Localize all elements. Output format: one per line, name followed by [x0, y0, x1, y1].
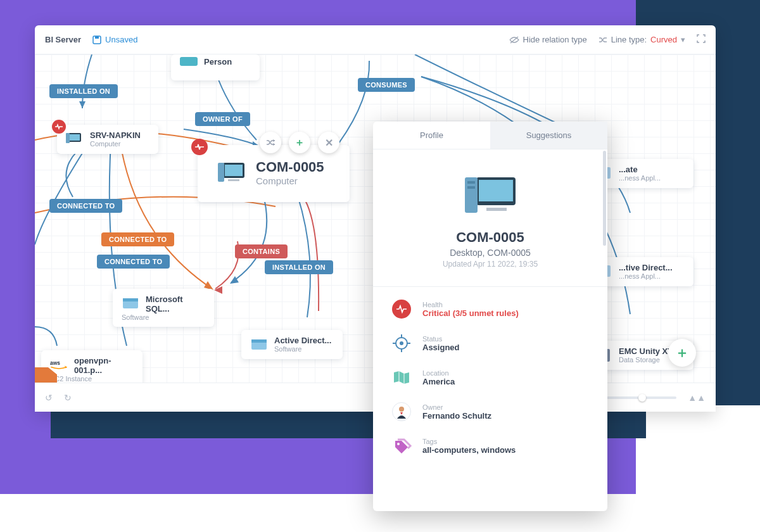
pill-installed-on-2[interactable]: INSTALLED ON	[265, 260, 333, 274]
computer-icon	[66, 130, 84, 148]
health-badge	[52, 120, 66, 134]
node-person[interactable]: Person	[171, 54, 260, 80]
node-active-directory[interactable]: Active Direct... Software	[241, 330, 343, 359]
shuffle-button[interactable]	[260, 132, 281, 153]
svg-marker-3	[79, 101, 86, 108]
undo-button[interactable]: ↺	[45, 393, 53, 403]
node-subtitle: Software	[122, 314, 205, 321]
selection-actions: ＋ ✕	[260, 132, 339, 153]
svg-point-34	[400, 341, 403, 345]
pill-installed-on[interactable]: INSTALLED ON	[49, 84, 118, 98]
redo-button[interactable]: ↻	[64, 393, 72, 403]
svg-rect-1	[95, 36, 99, 39]
attr-status: Status Assigned	[392, 334, 588, 353]
attr-label: Location	[422, 369, 455, 377]
panel-subtitle: Desktop, COM-0005	[392, 248, 588, 258]
attr-location: Location America	[392, 368, 588, 387]
svg-rect-8	[180, 57, 198, 66]
node-mssql[interactable]: Microsoft SQL... Software	[113, 289, 214, 327]
shuffle-icon	[598, 36, 607, 44]
svg-rect-11	[70, 134, 80, 141]
tags-icon	[392, 436, 411, 455]
svg-rect-31	[467, 186, 475, 189]
pill-contains[interactable]: CONTAINS	[235, 244, 288, 258]
node-srv-napkin[interactable]: SRV-NAPKIN Computer	[57, 125, 158, 154]
attr-label: Health	[422, 301, 519, 308]
zoom-slider[interactable]	[600, 396, 676, 399]
software-icon	[122, 294, 139, 312]
svg-rect-30	[467, 181, 475, 184]
pill-owner-of[interactable]: OWNER OF	[195, 112, 250, 126]
attr-value: all-computers, windows	[422, 445, 516, 455]
attr-value: Critical (3/5 unmet rules)	[422, 308, 519, 318]
pill-connected-to-orange[interactable]: CONNECTED TO	[101, 232, 174, 246]
add-node-button[interactable]: ＋	[668, 339, 696, 367]
target-icon	[392, 334, 411, 353]
svg-marker-16	[273, 139, 275, 142]
pill-connected-to[interactable]: CONNECTED TO	[49, 199, 122, 213]
eye-slash-icon	[509, 36, 519, 44]
panel-title: COM-0005	[392, 229, 588, 246]
hide-relation-button[interactable]: Hide relation type	[509, 35, 587, 44]
svg-marker-6	[230, 276, 239, 284]
chevron-down-icon: ▾	[681, 35, 685, 44]
linetype-value: Curved	[650, 35, 677, 44]
attr-label: Owner	[422, 403, 491, 411]
svg-rect-13	[218, 163, 224, 182]
close-button[interactable]: ✕	[318, 132, 339, 153]
attr-owner: Owner Fernando Schultz	[392, 402, 588, 421]
linetype-label: Line type:	[611, 35, 647, 44]
swatch-icon	[180, 57, 198, 75]
health-icon	[392, 300, 411, 319]
pulse-icon	[55, 123, 63, 130]
details-panel: Profile Suggestions COM-0005 Desktop, CO…	[373, 122, 607, 511]
save-status[interactable]: Unsaved	[92, 35, 137, 44]
save-icon	[92, 35, 101, 44]
attr-label: Status	[422, 335, 460, 343]
health-badge	[191, 139, 208, 155]
svg-point-41	[399, 407, 404, 412]
top-toolbar: BI Server Unsaved Hide relation type Lin…	[35, 25, 716, 54]
svg-rect-10	[66, 133, 70, 143]
panel-updated: Updated Apr 11 2022, 19:35	[392, 260, 588, 269]
pill-connected-to-2[interactable]: CONNECTED TO	[97, 255, 170, 269]
app-title: BI Server	[45, 35, 81, 44]
person-icon	[392, 402, 411, 421]
node-subtitle: EC2 Instance	[50, 375, 134, 383]
svg-marker-17	[273, 143, 275, 146]
linetype-dropdown[interactable]: Line type: Curved ▾	[598, 35, 685, 44]
svg-rect-14	[225, 165, 243, 176]
svg-rect-28	[479, 180, 513, 201]
svg-rect-21	[251, 339, 267, 343]
fullscreen-button[interactable]	[697, 34, 706, 45]
computer-icon	[461, 174, 519, 218]
zoom-in-button[interactable]: ▲▲	[688, 393, 706, 403]
svg-rect-15	[228, 179, 239, 181]
divider	[373, 286, 607, 287]
attr-tags: Tags all-computers, windows	[392, 436, 588, 455]
attr-value: Assigned	[422, 343, 460, 352]
computer-icon	[217, 159, 246, 188]
attr-label: Tags	[422, 438, 516, 445]
save-status-label: Unsaved	[105, 35, 137, 44]
svg-rect-32	[486, 208, 507, 211]
hide-relation-label: Hide relation type	[523, 35, 587, 44]
attr-value: America	[422, 377, 455, 386]
svg-point-42	[397, 443, 400, 445]
tab-suggestions[interactable]: Suggestions	[490, 122, 607, 149]
software-icon	[250, 336, 268, 353]
attr-health: Health Critical (3/5 unmet rules)	[392, 300, 588, 319]
attr-value: Fernando Schultz	[422, 411, 491, 421]
add-button[interactable]: ＋	[289, 132, 310, 153]
svg-rect-19	[123, 298, 138, 301]
svg-text:aws: aws	[50, 360, 60, 366]
shuffle-icon	[266, 139, 276, 146]
fullscreen-icon	[697, 34, 706, 43]
tab-profile[interactable]: Profile	[373, 122, 490, 149]
pulse-icon	[195, 142, 204, 151]
pill-consumes[interactable]: CONSUMES	[358, 78, 415, 92]
svg-marker-7	[214, 286, 222, 294]
node-com-0005[interactable]: COM-0005 Computer	[198, 145, 350, 202]
map-icon	[392, 368, 411, 387]
